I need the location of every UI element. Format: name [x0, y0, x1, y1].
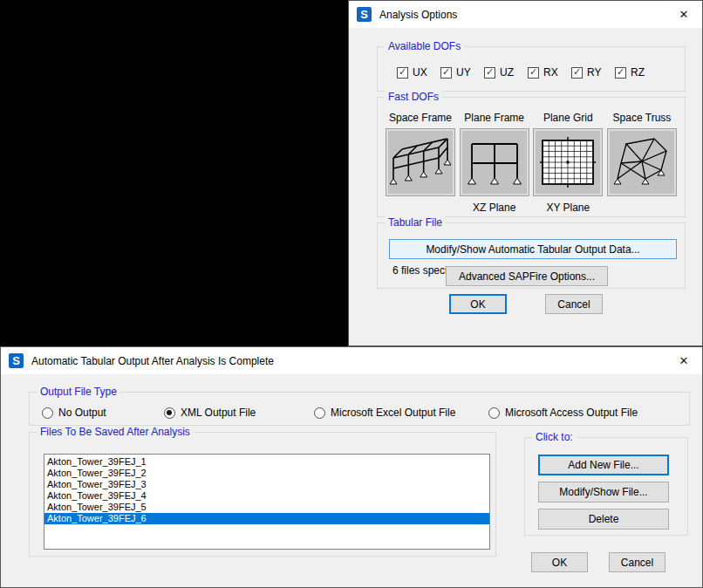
checkbox-label: RY	[587, 66, 601, 79]
ok-button[interactable]: OK	[449, 294, 507, 314]
files-listbox[interactable]: Akton_Tower_39FEJ_1 Akton_Tower_39FEJ_2 …	[44, 454, 490, 550]
checkbox-label: UZ	[500, 66, 514, 79]
space-truss-button[interactable]	[607, 128, 677, 196]
add-new-file-button[interactable]: Add New File...	[538, 455, 669, 475]
group-label: Click to:	[532, 431, 577, 443]
radio-label: Microsoft Access Output File	[505, 407, 638, 419]
radio-access-output-file[interactable]: Microsoft Access Output File	[488, 407, 638, 419]
list-item[interactable]: Akton_Tower_39FEJ_5	[44, 502, 489, 513]
fast-dof-sublabels: XZ Plane XY Plane	[386, 202, 677, 214]
radio-icon[interactable]	[314, 407, 325, 419]
analysis-options-dialog: S Analysis Options Available DOFs UX UY …	[348, 0, 703, 346]
click-to-group: Click to: Add New File... Modify/Show Fi…	[524, 437, 688, 536]
fast-dof-buttons	[386, 128, 677, 196]
radio-icon[interactable]	[488, 407, 500, 419]
checkbox-uz[interactable]: UZ	[484, 66, 528, 79]
output-file-type-group: Output File Type No Output XML Output Fi…	[29, 392, 690, 426]
checkbox-icon[interactable]	[440, 67, 452, 79]
dialog-title: Analysis Options	[379, 9, 457, 21]
files-to-save-group: Files To Be Saved After Analysis Akton_T…	[29, 432, 496, 557]
close-icon[interactable]	[665, 347, 702, 374]
close-icon[interactable]	[665, 1, 702, 28]
analysis-title-bar: S Analysis Options	[349, 1, 702, 28]
advanced-sapfire-options-button[interactable]: Advanced SAPFire Options...	[446, 266, 608, 286]
app-logo-icon: S	[357, 7, 372, 22]
modify-show-file-button[interactable]: Modify/Show File...	[538, 482, 669, 503]
list-item[interactable]: Akton_Tower_39FEJ_4	[44, 490, 489, 502]
radio-excel-output-file[interactable]: Microsoft Excel Output File	[314, 407, 455, 419]
xy-plane-label: XY Plane	[533, 202, 603, 214]
list-item[interactable]: Akton_Tower_39FEJ_2	[44, 468, 489, 479]
checkbox-icon[interactable]	[571, 67, 583, 79]
output-title-bar: S Automatic Tabular Output After Analysi…	[1, 347, 702, 374]
radio-icon[interactable]	[164, 407, 175, 419]
plane-grid-label: Plane Grid	[533, 112, 603, 124]
delete-button[interactable]: Delete	[538, 509, 669, 530]
space-frame-icon	[388, 131, 453, 194]
fast-dof-labels: Space Frame Plane Frame Plane Grid Space…	[386, 112, 677, 124]
modify-show-tabular-output-button[interactable]: Modify/Show Automatic Tabular Output Dat…	[389, 239, 677, 259]
radio-label: No Output	[58, 407, 106, 419]
checkbox-label: RZ	[631, 66, 645, 79]
plane-grid-button[interactable]	[533, 128, 603, 196]
plane-frame-button[interactable]	[460, 128, 529, 196]
fast-dofs-group: Fast DOFs Space Frame Plane Frame Plane …	[377, 97, 686, 217]
space-frame-button[interactable]	[386, 128, 455, 196]
checkbox-rx[interactable]: RX	[528, 66, 571, 79]
radio-label: Microsoft Excel Output File	[331, 407, 455, 419]
checkbox-label: RX	[543, 66, 558, 79]
radio-label: XML Output File	[181, 407, 256, 419]
checkbox-icon[interactable]	[528, 67, 539, 79]
available-dofs-group: Available DOFs UX UY UZ RX RY	[377, 46, 686, 92]
group-label: Tabular File	[385, 216, 446, 229]
checkbox-icon[interactable]	[615, 67, 626, 79]
group-label: Fast DOFs	[385, 91, 442, 103]
plane-frame-icon	[462, 131, 527, 194]
radio-icon[interactable]	[42, 407, 53, 419]
checkbox-label: UX	[413, 66, 427, 79]
xz-plane-label: XZ Plane	[460, 202, 529, 214]
app-logo-icon: S	[9, 353, 24, 368]
checkbox-icon[interactable]	[397, 67, 408, 79]
checkbox-uy[interactable]: UY	[440, 66, 484, 79]
sublabel	[607, 202, 677, 214]
sublabel	[386, 202, 455, 214]
ok-button[interactable]: OK	[531, 552, 588, 572]
space-truss-icon	[610, 131, 674, 194]
checkbox-rz[interactable]: RZ	[615, 66, 659, 79]
space-truss-label: Space Truss	[607, 112, 677, 124]
space-frame-label: Space Frame	[386, 112, 455, 124]
checkbox-ux[interactable]: UX	[397, 66, 440, 79]
plane-frame-label: Plane Frame	[460, 112, 529, 124]
cancel-button[interactable]: Cancel	[609, 552, 665, 572]
group-label: Files To Be Saved After Analysis	[37, 426, 194, 438]
group-label: Output File Type	[37, 386, 120, 398]
group-label: Available DOFs	[385, 40, 464, 52]
dialog-title: Automatic Tabular Output After Analysis …	[31, 355, 274, 367]
checkbox-icon[interactable]	[484, 67, 495, 79]
cancel-button[interactable]: Cancel	[545, 294, 603, 314]
checkbox-label: UY	[456, 66, 471, 79]
radio-no-output[interactable]: No Output	[42, 407, 106, 419]
plane-grid-icon	[536, 131, 600, 194]
list-item[interactable]: Akton_Tower_39FEJ_3	[44, 479, 489, 490]
list-item[interactable]: Akton_Tower_39FEJ_6	[44, 513, 489, 524]
radio-xml-output-file[interactable]: XML Output File	[164, 407, 256, 419]
checkbox-ry[interactable]: RY	[571, 66, 615, 79]
tabular-output-dialog: S Automatic Tabular Output After Analysi…	[0, 346, 703, 588]
list-item[interactable]: Akton_Tower_39FEJ_1	[44, 456, 489, 468]
dof-checkbox-row: UX UY UZ RX RY RZ	[397, 66, 659, 79]
